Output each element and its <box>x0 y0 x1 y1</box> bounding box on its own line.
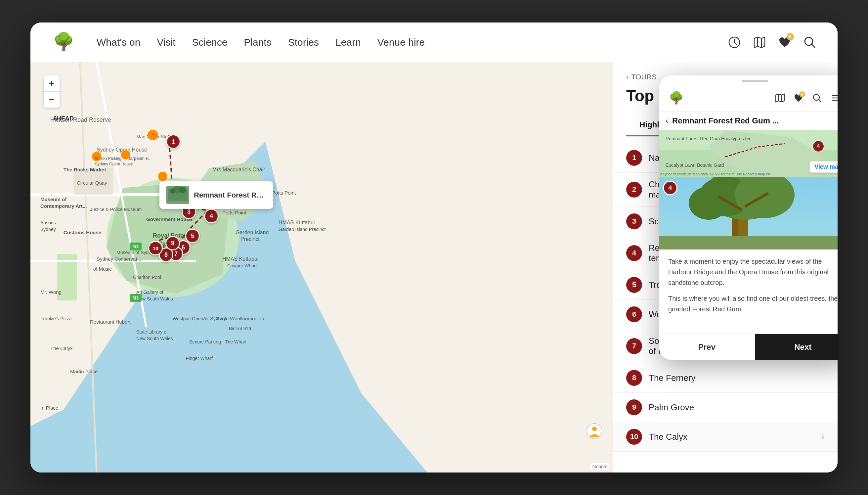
svg-line-88 <box>819 100 821 102</box>
svg-text:The Calyx: The Calyx <box>50 345 73 351</box>
mobile-favorites-icon[interactable]: 6 <box>793 92 804 104</box>
nav-science[interactable]: Science <box>192 37 228 48</box>
svg-marker-84 <box>776 94 784 102</box>
popup-label: Remnant Forest Red Gum E... <box>194 191 266 200</box>
svg-text:Tarpeian P...: Tarpeian P... <box>128 156 152 161</box>
favorites-badge: 6 <box>787 33 794 40</box>
svg-text:Charlton Pool: Charlton Pool <box>133 275 161 280</box>
map-marker-9[interactable]: 9 <box>166 236 180 251</box>
item-number-9: 9 <box>626 399 642 415</box>
mobile-view-map-button[interactable]: View map <box>810 161 837 173</box>
breadcrumb-arrow: ‹ <box>626 73 628 81</box>
map-marker-4[interactable]: 4 <box>204 209 219 223</box>
svg-text:📍: 📍 <box>150 133 156 138</box>
mobile-back-button[interactable]: ‹ <box>665 116 668 125</box>
person-icon[interactable] <box>586 423 603 439</box>
svg-text:M1: M1 <box>132 244 139 249</box>
prev-button[interactable]: Prev <box>659 334 755 360</box>
mobile-map-icon[interactable] <box>774 92 786 104</box>
svg-point-66 <box>158 172 168 181</box>
mobile-menu-icon[interactable] <box>830 92 837 104</box>
content-area: Hickson Road Reserve Sydney Opera House … <box>31 62 837 473</box>
svg-text:Frankie's Pizza: Frankie's Pizza <box>40 316 72 321</box>
svg-text:Justice & Police Museum: Justice & Police Museum <box>90 207 142 212</box>
mobile-description-1: Take a moment to enjoy the spectacular v… <box>668 256 837 288</box>
item-number-2: 2 <box>626 182 642 198</box>
map-marker-10[interactable]: 10 <box>148 241 163 255</box>
svg-text:Contemporary Art...: Contemporary Art... <box>40 203 87 209</box>
history-icon[interactable] <box>726 34 742 50</box>
nav-learn[interactable]: Learn <box>335 37 361 48</box>
mobile-drag-handle <box>742 80 768 82</box>
svg-text:of Music: of Music <box>93 266 112 272</box>
mobile-stop-content[interactable]: Take a moment to enjoy the spectacular v… <box>659 250 837 334</box>
item-number-8: 8 <box>626 370 642 386</box>
svg-text:🌳: 🌳 <box>53 31 74 52</box>
mobile-stop-title: Remnant Forest Red Gum ... <box>672 116 837 125</box>
favorites-icon[interactable]: 6 <box>777 34 793 50</box>
svg-rect-104 <box>659 236 837 250</box>
list-item-9[interactable]: 9 Palm Grove <box>613 393 837 422</box>
svg-point-103 <box>689 187 728 220</box>
map-icon[interactable] <box>751 34 767 50</box>
svg-text:State Library of: State Library of <box>136 329 168 335</box>
site-logo[interactable]: 🌳 <box>50 29 77 56</box>
nav-whats-on[interactable]: What's on <box>97 37 140 48</box>
zoom-out-button[interactable]: − <box>44 92 59 107</box>
svg-text:Sydney Opera House: Sydney Opera House <box>97 147 147 153</box>
item-number-3: 3 <box>626 214 642 229</box>
nav-links: What's on Visit Science Plants Stories L… <box>97 37 707 48</box>
nav-icon-group: 6 <box>726 34 818 50</box>
map-popup[interactable]: Remnant Forest Red Gum E... <box>159 181 273 209</box>
mobile-search-icon[interactable] <box>811 92 823 104</box>
mobile-map-marker-4: 4 <box>812 140 824 152</box>
nav-stories[interactable]: Stories <box>288 37 319 48</box>
svg-text:Aasons: Aasons <box>40 220 56 225</box>
svg-text:6HEAD: 6HEAD <box>54 115 74 122</box>
svg-text:New South Wales: New South Wales <box>136 296 173 302</box>
svg-text:Potts Point: Potts Point <box>272 190 296 195</box>
svg-text:Sydney: Sydney <box>40 227 56 232</box>
list-item-8[interactable]: 8 The Fernery <box>613 363 837 393</box>
map-area[interactable]: Hickson Road Reserve Sydney Opera House … <box>31 62 613 473</box>
mobile-drag-handle-area <box>659 75 837 85</box>
svg-text:Sydney Conservat...: Sydney Conservat... <box>97 256 141 262</box>
svg-marker-3 <box>754 37 765 48</box>
svg-text:Mrs Macquarie's Chair: Mrs Macquarie's Chair <box>212 167 265 172</box>
mobile-logo[interactable]: 🌳 <box>668 90 684 106</box>
svg-point-6 <box>805 37 813 45</box>
svg-text:Museum of: Museum of <box>40 197 67 202</box>
svg-text:Potts Point: Potts Point <box>222 210 246 216</box>
list-item-10[interactable]: 10 The Calyx › <box>613 422 837 452</box>
svg-text:Mr. Wong: Mr. Wong <box>40 289 62 295</box>
next-button[interactable]: Next <box>755 334 838 360</box>
svg-text:Customs House: Customs House <box>64 229 101 235</box>
svg-text:HMAS Kuttabul: HMAS Kuttabul <box>279 220 315 225</box>
search-icon[interactable] <box>802 34 818 50</box>
map-marker-5[interactable]: 5 <box>185 229 200 243</box>
mobile-overlay: 🌳 6 <box>659 75 837 360</box>
mobile-stop-photo: 4 <box>659 177 837 250</box>
nav-venue-hire[interactable]: Venue hire <box>378 37 425 48</box>
svg-text:Garden Island: Garden Island <box>236 229 269 235</box>
mobile-description-2: This is where you will also find one of … <box>668 293 837 314</box>
svg-text:Precinct: Precinct <box>241 236 260 242</box>
mobile-map-attribution: Keyboard shortcuts Map data ©2022 Terms … <box>660 172 774 176</box>
mobile-map-preview[interactable]: Remnant Forest Red Gum Eucalyptus ter...… <box>659 130 837 177</box>
item-label-9: Palm Grove <box>649 402 824 413</box>
nav-visit[interactable]: Visit <box>157 37 175 48</box>
map-marker-1[interactable]: 1 <box>166 134 180 149</box>
svg-text:Restaurant Hubert: Restaurant Hubert <box>90 319 131 325</box>
item-number-1: 1 <box>626 150 642 166</box>
map-attribution: Google <box>590 463 609 470</box>
mobile-nav-icons: 6 <box>774 92 837 104</box>
nav-plants[interactable]: Plants <box>244 37 271 48</box>
item-number-7: 7 <box>626 338 642 354</box>
svg-text:Wilson Parking: Wilson Parking <box>95 156 121 161</box>
svg-text:HMAS Kuttabul: HMAS Kuttabul <box>222 256 258 262</box>
mobile-navigation-footer: Prev Next <box>659 334 837 360</box>
svg-line-7 <box>812 44 815 48</box>
zoom-in-button[interactable]: + <box>44 75 59 91</box>
item-chevron-10: › <box>821 431 824 442</box>
mobile-nav: 🌳 6 <box>659 85 837 112</box>
